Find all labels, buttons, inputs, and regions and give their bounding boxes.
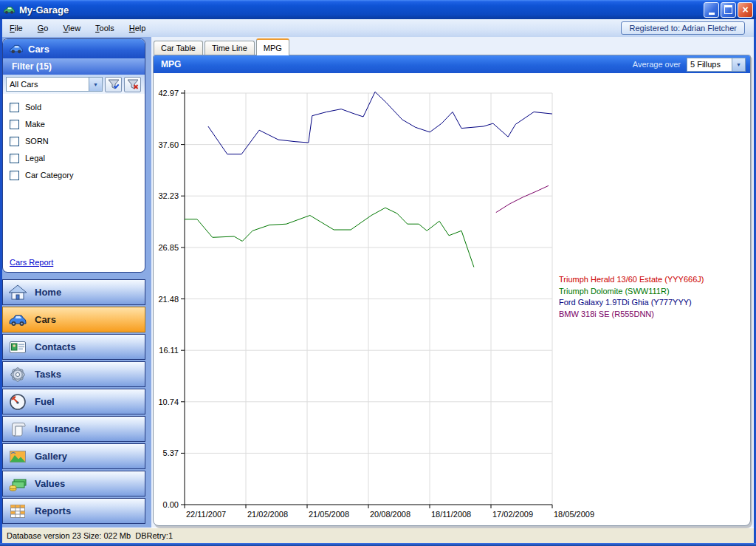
svg-text:5.37: 5.37 — [163, 448, 179, 457]
menu-item-view[interactable]: View — [55, 21, 88, 35]
legal-checkbox[interactable] — [10, 154, 19, 163]
car-icon — [8, 310, 27, 330]
car-category-checkbox[interactable] — [10, 171, 19, 180]
average-over-dropdown[interactable]: 5 Fillups ▼ — [687, 58, 746, 72]
sidebar-item-label: Reports — [35, 505, 71, 516]
cars-report-link[interactable]: Cars Report — [10, 258, 53, 267]
chart-legend: Triumph Herald 13/60 Estate (YYY666J)Tri… — [559, 274, 704, 320]
filter-checkbox-car-category[interactable]: Car Category — [10, 169, 145, 181]
minimize-button[interactable] — [704, 2, 719, 18]
svg-text:18/11/2008: 18/11/2008 — [431, 510, 471, 519]
fuel-gauge-icon — [8, 392, 27, 412]
legend-item: Triumph Dolomite (SWW111R) — [559, 286, 704, 298]
svg-text:21/05/2008: 21/05/2008 — [309, 510, 349, 519]
sidebar-item-label: Fuel — [35, 396, 55, 407]
svg-text:21.48: 21.48 — [158, 295, 179, 304]
cars-panel-header: Cars — [3, 39, 145, 58]
sidebar-item-label: Cars — [35, 314, 56, 325]
sidebar-item-label: Contacts — [35, 341, 76, 352]
svg-text:42.97: 42.97 — [158, 89, 179, 98]
minimize-icon — [709, 13, 715, 15]
reports-grid-icon — [8, 502, 27, 521]
sidebar-item-label: Tasks — [35, 369, 61, 380]
sidebar-item-values[interactable]: Values — [2, 471, 145, 496]
chart-header: MPG Average over 5 Fillups ▼ — [154, 55, 750, 73]
car-filter-dropdown-value: All Cars — [7, 80, 89, 89]
car-filter-dropdown[interactable]: All Cars ▼ — [6, 77, 103, 92]
tab-mpg[interactable]: MPG — [256, 38, 289, 55]
car-icon — [9, 41, 24, 56]
svg-text:26.85: 26.85 — [158, 243, 179, 252]
sold-checkbox[interactable] — [10, 103, 19, 112]
sidebar-item-tasks[interactable]: Tasks — [2, 361, 145, 387]
sold-label: Sold — [25, 103, 41, 112]
sidebar-item-label: Insurance — [35, 423, 80, 434]
gallery-icon — [8, 447, 27, 466]
close-button[interactable]: × — [738, 2, 753, 18]
filter-checkbox-list: Sold Make SORN Legal Car Category — [3, 94, 145, 181]
chart-body: 22/11/200721/02/200821/05/200820/08/2008… — [154, 73, 750, 525]
status-bar: Database version 23 Size: 022 Mb DBRetry… — [2, 528, 754, 543]
filter-checkbox-make[interactable]: Make — [10, 118, 145, 130]
sidebar-item-label: Values — [35, 478, 65, 489]
make-checkbox[interactable] — [10, 120, 19, 129]
sidebar-item-home[interactable]: Home — [2, 279, 145, 305]
average-over-value: 5 Fillups — [687, 60, 732, 69]
mpg-chart-panel: MPG Average over 5 Fillups ▼ 22/11/20072… — [153, 55, 751, 526]
gear-icon — [8, 365, 27, 384]
tab-car-table[interactable]: Car Table — [154, 41, 203, 55]
sidebar-nav: Home Cars Contacts Tasks — [2, 279, 145, 525]
filter-checkbox-legal[interactable]: Legal — [10, 152, 145, 164]
svg-text:32.23: 32.23 — [158, 191, 179, 200]
svg-text:16.11: 16.11 — [159, 346, 179, 355]
chart-title: MPG — [161, 59, 633, 69]
legend-item: Triumph Herald 13/60 Estate (YYY666J) — [559, 274, 704, 286]
sorn-checkbox[interactable] — [10, 137, 19, 146]
filter-header: Filter (15) — [3, 58, 145, 75]
average-over-label: Average over — [633, 60, 681, 69]
menu-item-file[interactable]: File — [2, 21, 30, 35]
chevron-down-icon: ▼ — [732, 58, 745, 71]
clear-filter-button[interactable] — [124, 77, 141, 92]
filter-controls-row: All Cars ▼ — [3, 75, 145, 94]
svg-text:37.60: 37.60 — [158, 140, 179, 149]
filter-checkbox-sorn[interactable]: SORN — [10, 135, 145, 147]
svg-text:10.74: 10.74 — [158, 397, 179, 406]
values-money-icon — [8, 474, 27, 494]
legend-item: BMW 318i SE (R555DNN) — [559, 309, 704, 321]
tab-bar: Car Table Time Line MPG — [154, 38, 291, 55]
sidebar-item-contacts[interactable]: Contacts — [2, 334, 145, 360]
sidebar-item-insurance[interactable]: Insurance — [2, 416, 145, 442]
filter-title: Filter (15) — [12, 61, 52, 72]
status-text: Database version 23 Size: 022 Mb DBRetry… — [7, 531, 173, 540]
make-label: Make — [25, 120, 45, 129]
sorn-label: SORN — [25, 137, 49, 146]
sidebar-item-reports[interactable]: Reports — [2, 498, 145, 524]
menu-item-help[interactable]: Help — [122, 21, 154, 35]
cars-panel-title: Cars — [28, 44, 49, 55]
legend-item: Ford Galaxy 1.9TDi Ghia (Y777YYY) — [559, 297, 704, 309]
registered-to-button[interactable]: Registered to: Adrian Fletcher — [621, 21, 745, 35]
sidebar-item-cars[interactable]: Cars — [2, 307, 145, 332]
sidebar-item-label: Gallery — [35, 451, 67, 462]
sidebar-item-fuel[interactable]: Fuel — [2, 389, 145, 414]
filter-apply-icon — [107, 78, 120, 90]
svg-text:18/05/2009: 18/05/2009 — [554, 510, 594, 519]
window-title: My-Garage — [19, 4, 702, 16]
sidebar-item-gallery[interactable]: Gallery — [2, 443, 145, 469]
svg-text:17/02/2009: 17/02/2009 — [492, 510, 533, 519]
apply-filter-button[interactable] — [105, 77, 122, 92]
window-border-left — [0, 19, 2, 543]
filter-checkbox-sold[interactable]: Sold — [10, 101, 145, 113]
svg-text:0.00: 0.00 — [163, 500, 179, 509]
menu-item-tools[interactable]: Tools — [88, 21, 122, 35]
cars-filter-panel: Cars Filter (15) All Cars ▼ Sold — [2, 38, 145, 273]
contacts-icon — [8, 338, 27, 357]
maximize-button[interactable] — [721, 2, 736, 18]
tab-time-line[interactable]: Time Line — [205, 41, 255, 55]
menu-item-go[interactable]: Go — [30, 21, 56, 35]
chevron-down-icon: ▼ — [89, 78, 102, 91]
svg-text:22/11/2007: 22/11/2007 — [186, 510, 226, 519]
insurance-scroll-icon — [8, 420, 27, 439]
window-border-bottom — [0, 543, 756, 546]
